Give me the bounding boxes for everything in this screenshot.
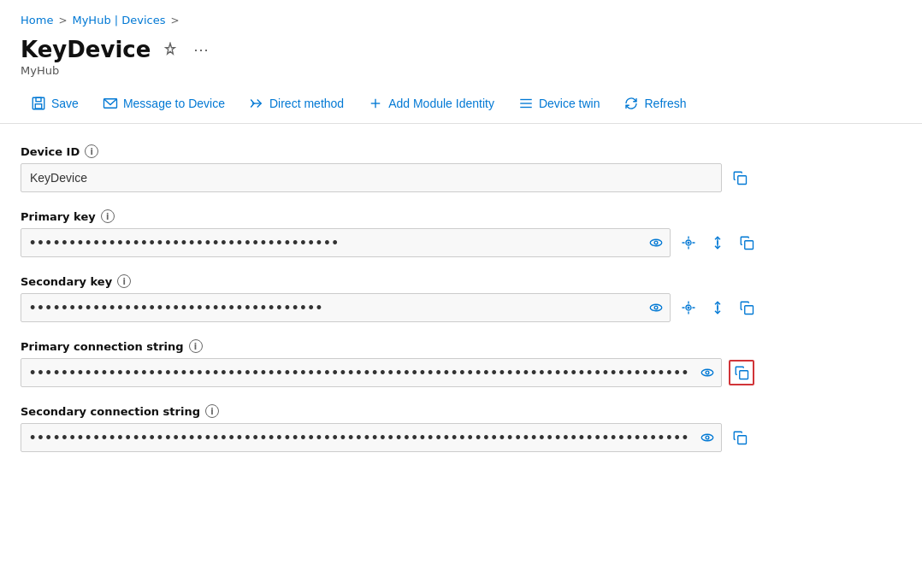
breadcrumb: Home > MyHub | Devices > xyxy=(0,0,922,33)
svg-rect-16 xyxy=(745,241,754,250)
copy-icon-sk xyxy=(739,300,754,315)
primary-key-info-icon[interactable]: i xyxy=(101,209,115,223)
page-header: KeyDevice ··· MyHub xyxy=(0,33,922,84)
breadcrumb-hub[interactable]: MyHub | Devices xyxy=(72,14,165,26)
primary-connection-string-group: Primary connection string i xyxy=(21,339,818,387)
add-module-label: Add Module Identity xyxy=(388,97,494,110)
primary-key-show-button[interactable] xyxy=(648,235,664,250)
svg-point-17 xyxy=(650,304,662,311)
primary-key-field-row xyxy=(21,228,818,257)
svg-rect-2 xyxy=(35,104,42,109)
page-subtitle: MyHub xyxy=(21,64,901,77)
save-label: Save xyxy=(51,97,79,110)
secondary-connection-string-input[interactable] xyxy=(21,423,722,452)
secondary-connection-string-info-icon[interactable]: i xyxy=(205,404,219,418)
secondary-connection-string-copy-button[interactable] xyxy=(729,426,751,449)
svg-point-13 xyxy=(688,242,690,244)
primary-connection-string-label: Primary connection string i xyxy=(21,339,818,353)
copy-icon-pk xyxy=(739,235,754,250)
primary-connection-string-show-button[interactable] xyxy=(700,365,715,380)
svg-rect-1 xyxy=(36,97,41,102)
refresh-label: Refresh xyxy=(644,97,686,110)
direct-method-icon xyxy=(249,96,264,111)
breadcrumb-sep2: > xyxy=(171,15,180,26)
toolbar: Save Message to Device Direct method Add… xyxy=(0,84,922,124)
more-button[interactable]: ··· xyxy=(190,39,212,61)
primary-key-copy-button[interactable] xyxy=(736,232,758,254)
secondary-key-info-icon[interactable]: i xyxy=(117,274,131,288)
svg-point-20 xyxy=(688,307,690,309)
page-title: KeyDevice xyxy=(21,37,151,62)
eye-icon-pcs xyxy=(700,365,715,380)
add-module-icon xyxy=(368,96,383,111)
refresh-icon xyxy=(624,96,639,111)
breadcrumb-home[interactable]: Home xyxy=(21,14,53,26)
copy-icon-scs xyxy=(732,430,748,445)
eye-icon-sk xyxy=(648,300,664,315)
save-button[interactable]: Save xyxy=(21,91,89,116)
add-module-button[interactable]: Add Module Identity xyxy=(358,91,505,116)
copy-icon-pcs xyxy=(734,365,749,380)
direct-method-button[interactable]: Direct method xyxy=(239,91,354,116)
svg-point-25 xyxy=(706,371,709,374)
refresh-button[interactable]: Refresh xyxy=(613,91,696,116)
secondary-connection-string-label: Secondary connection string i xyxy=(21,404,818,418)
primary-connection-string-input[interactable] xyxy=(21,358,722,387)
secondary-key-copy-button[interactable] xyxy=(736,297,758,319)
secondary-connection-string-wrapper xyxy=(21,423,722,452)
swap-icon-sk xyxy=(710,300,725,315)
secondary-key-swap-button[interactable] xyxy=(706,297,729,319)
secondary-key-regenerate-button[interactable] xyxy=(677,297,700,319)
message-icon xyxy=(103,96,118,111)
primary-connection-string-copy-button[interactable] xyxy=(729,360,754,385)
swap-icon xyxy=(710,235,725,250)
svg-rect-0 xyxy=(33,97,44,109)
primary-key-input[interactable] xyxy=(21,228,671,257)
primary-key-regenerate-button[interactable] xyxy=(677,232,700,254)
svg-rect-23 xyxy=(745,306,754,315)
primary-connection-string-wrapper xyxy=(21,358,722,387)
svg-point-24 xyxy=(701,369,713,376)
device-id-copy-button[interactable] xyxy=(729,167,751,189)
device-twin-button[interactable]: Device twin xyxy=(508,91,611,116)
device-twin-icon xyxy=(518,96,534,111)
secondary-key-label: Secondary key i xyxy=(21,274,818,288)
secondary-key-input[interactable] xyxy=(21,293,671,322)
svg-rect-26 xyxy=(740,371,748,379)
device-twin-label: Device twin xyxy=(539,97,600,110)
direct-method-label: Direct method xyxy=(269,97,344,110)
device-id-info-icon[interactable]: i xyxy=(85,144,98,158)
save-icon xyxy=(31,96,46,111)
message-label: Message to Device xyxy=(123,97,225,110)
svg-point-11 xyxy=(654,241,658,244)
primary-key-input-wrapper xyxy=(21,228,671,257)
secondary-key-field-row xyxy=(21,293,818,322)
primary-key-swap-button[interactable] xyxy=(706,232,729,254)
secondary-key-group: Secondary key i xyxy=(21,274,818,322)
svg-point-10 xyxy=(650,239,662,246)
secondary-connection-string-show-button[interactable] xyxy=(700,430,715,445)
eye-icon xyxy=(648,235,664,250)
secondary-key-show-button[interactable] xyxy=(648,300,664,315)
copy-icon xyxy=(732,170,748,185)
regenerate-icon xyxy=(681,235,696,250)
content-area: Device ID i Primary key i xyxy=(0,124,838,490)
svg-rect-9 xyxy=(738,176,747,185)
secondary-connection-string-group: Secondary connection string i xyxy=(21,404,818,452)
device-id-field-row xyxy=(21,163,818,192)
primary-key-label: Primary key i xyxy=(21,209,818,223)
device-id-label: Device ID i xyxy=(21,144,818,158)
svg-rect-29 xyxy=(738,436,747,444)
svg-point-18 xyxy=(654,306,658,309)
message-to-device-button[interactable]: Message to Device xyxy=(92,91,235,116)
primary-key-group: Primary key i xyxy=(21,209,818,257)
more-dots-icon: ··· xyxy=(193,41,209,59)
svg-point-28 xyxy=(706,436,709,439)
device-id-group: Device ID i xyxy=(21,144,818,192)
pin-button[interactable] xyxy=(159,40,181,59)
primary-connection-string-field-row xyxy=(21,358,818,387)
regenerate-icon-sk xyxy=(681,300,696,315)
pin-icon xyxy=(163,42,178,57)
primary-connection-string-info-icon[interactable]: i xyxy=(189,339,203,353)
device-id-input[interactable] xyxy=(21,163,722,192)
